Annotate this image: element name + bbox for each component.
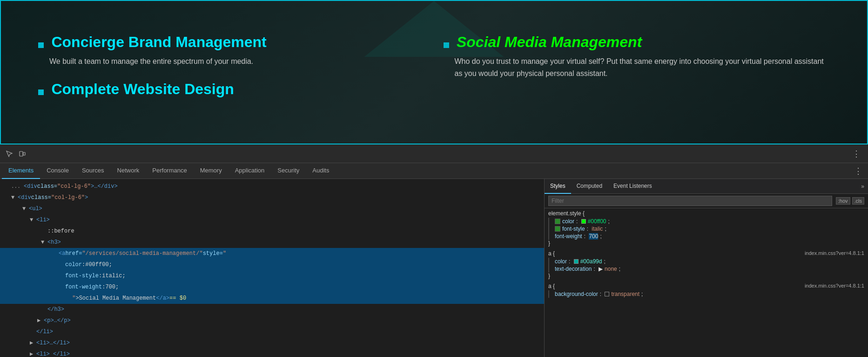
more-options-icon[interactable]: ⋮ (848, 149, 864, 159)
service-desc-brand: We built a team to manage the entire spe… (49, 55, 425, 68)
prop-checkbox[interactable] (555, 219, 560, 224)
devtools-toolbar: ⋮ (0, 144, 868, 163)
rule-body-a2: background-color : transparent ; (548, 290, 864, 298)
dom-line[interactable]: ▼ <div class="col-lg-6" > (0, 192, 544, 203)
styles-tabs: Styles Computed Event Listeners » (545, 179, 868, 194)
device-toolbar-icon[interactable] (17, 148, 28, 159)
dom-line[interactable]: ▼ <li> (0, 214, 544, 226)
tab-security[interactable]: Security (271, 163, 306, 179)
prop-row-a-color: color : #00a99d ; (555, 258, 864, 265)
service-desc-social: Who do you trust to manage your virtual … (455, 55, 830, 79)
tab-memory[interactable]: Memory (194, 163, 229, 179)
prop-row-textdec: text-decoration : ▶ none ; (555, 265, 864, 273)
styles-tab-more-icon[interactable]: » (857, 179, 868, 194)
hov-filter-btn[interactable]: :hov (836, 197, 850, 205)
prop-row-bgcolor: background-color : transparent ; (555, 290, 864, 298)
filter-input[interactable] (548, 196, 832, 206)
bgcolor-swatch[interactable] (605, 292, 609, 296)
devtools-main: ... <div class="col-lg-6" >…</div> ▼ <di… (0, 179, 868, 357)
bullet-icon-2 (38, 89, 44, 95)
styles-panel: Styles Computed Event Listeners » :hov .… (545, 179, 868, 357)
expand-arrow-icon[interactable]: ▼ (11, 193, 18, 202)
dom-line[interactable]: </li> (0, 326, 544, 337)
devtools-panel: ⋮ Elements Console Sources Network Perfo… (0, 144, 868, 357)
rule-close-brace: } (548, 273, 864, 279)
rule-body-a1: color : #00a99d ; text-decoration : ▶ no… (548, 258, 864, 273)
preview-col-right: Social Media Management Who do you trust… (444, 34, 830, 111)
cls-filter-btn[interactable]: .cls (852, 197, 865, 205)
rule-body: color : #00ff00 ; font-style : italic (548, 218, 864, 240)
tab-sources[interactable]: Sources (75, 163, 111, 179)
select-element-icon[interactable] (4, 148, 15, 159)
rule-selector-a2: a { index.min.css?ver=4.8.1:1 (548, 283, 864, 289)
dom-line[interactable]: ... <div class="col-lg-6" >…</div> (0, 181, 544, 192)
expand-arrow-icon (52, 249, 59, 258)
dom-line-selected[interactable]: <a href="/services/social-media-manageme… (0, 248, 544, 259)
ellipsis-icon[interactable]: ... (11, 182, 20, 191)
expand-arrow-icon[interactable]: ▶ (37, 316, 44, 325)
dom-prop-fontweight[interactable]: font-weight: 700; (0, 281, 544, 293)
expand-arrow-icon[interactable]: ▶ (30, 350, 36, 357)
dom-line[interactable]: ▶ <p>…</p> (0, 315, 544, 326)
rule-source: index.min.css?ver=4.8.1:1 (805, 250, 864, 256)
styles-content: element.style { color : #00ff00 ; (545, 208, 868, 357)
service-title-brand: Concierge Brand Management (51, 34, 266, 50)
element-style-rule: element.style { color : #00ff00 ; (548, 210, 864, 247)
devtools-more-icon[interactable]: ⋮ (850, 166, 866, 176)
expand-arrow-icon[interactable]: ▼ (22, 204, 29, 213)
a-rule-1: a { index.min.css?ver=4.8.1:1 color : #0… (548, 250, 864, 279)
font-weight-value[interactable]: 700 (589, 233, 598, 240)
service-item-website: Complete Website Design (38, 81, 425, 98)
tab-application[interactable]: Application (229, 163, 271, 179)
tab-styles[interactable]: Styles (545, 179, 571, 194)
tab-network[interactable]: Network (111, 163, 146, 179)
dom-line[interactable]: </h3> (0, 304, 544, 315)
dom-prop-fontstyle[interactable]: font-style: italic; (0, 270, 544, 281)
dom-line-end[interactable]: " > Social Media Management </a> == $0 (0, 293, 544, 304)
prop-row-fontweight: font-weight : 700 ; (555, 233, 864, 240)
color-swatch-a[interactable] (574, 259, 579, 264)
preview-col-left: Concierge Brand Management We built a te… (38, 34, 425, 111)
expand-arrow-icon[interactable]: ▼ (41, 238, 47, 247)
dom-line[interactable]: ▶ <li> </li> (0, 349, 544, 357)
service-title-website: Complete Website Design (51, 81, 234, 97)
expand-arrow-icon (41, 227, 47, 236)
styles-filter: :hov .cls (545, 194, 868, 208)
a-rule-2: a { index.min.css?ver=4.8.1:1 background… (548, 283, 864, 298)
devtools-tabs: Elements Console Sources Network Perform… (0, 163, 868, 179)
rule-close-brace: } (548, 240, 864, 247)
website-preview: Concierge Brand Management We built a te… (0, 0, 868, 144)
svg-rect-0 (20, 151, 23, 156)
rule-selector-a1: a { index.min.css?ver=4.8.1:1 (548, 250, 864, 257)
rule-source-2: index.min.css?ver=4.8.1:1 (805, 283, 864, 288)
dom-line[interactable]: ▶ <li>…</li> (0, 337, 544, 349)
service-item-brand: Concierge Brand Management We built a te… (38, 34, 425, 68)
dom-prop-color[interactable]: color: #00ff00; (0, 259, 544, 270)
color-swatch[interactable] (581, 219, 586, 224)
prop-row-fontstyle: font-style : italic ; (555, 225, 864, 233)
expand-arrow-icon (41, 305, 47, 314)
dom-line[interactable]: ▼ <h3> (0, 237, 544, 248)
prop-row-color: color : #00ff00 ; (555, 218, 864, 225)
bullet-icon (38, 42, 44, 48)
expand-arrow-icon[interactable]: ▼ (30, 215, 36, 225)
tab-event-listeners[interactable]: Event Listeners (608, 179, 658, 194)
svg-rect-1 (23, 152, 25, 155)
elements-panel[interactable]: ... <div class="col-lg-6" >…</div> ▼ <di… (0, 179, 545, 357)
filter-buttons: :hov .cls (836, 197, 864, 205)
dom-line[interactable]: ▼ <ul> (0, 203, 544, 214)
expand-arrow-icon (30, 327, 36, 336)
tab-performance[interactable]: Performance (146, 163, 193, 179)
tab-computed[interactable]: Computed (571, 179, 608, 194)
expand-arrow-icon[interactable]: ▶ (30, 338, 36, 348)
tab-console[interactable]: Console (40, 163, 75, 179)
prop-checkbox[interactable] (555, 226, 560, 232)
dom-line[interactable]: ::before (0, 226, 544, 237)
tab-elements[interactable]: Elements (2, 163, 40, 179)
tab-audits[interactable]: Audits (306, 163, 336, 179)
rule-selector: element.style { (548, 210, 864, 217)
